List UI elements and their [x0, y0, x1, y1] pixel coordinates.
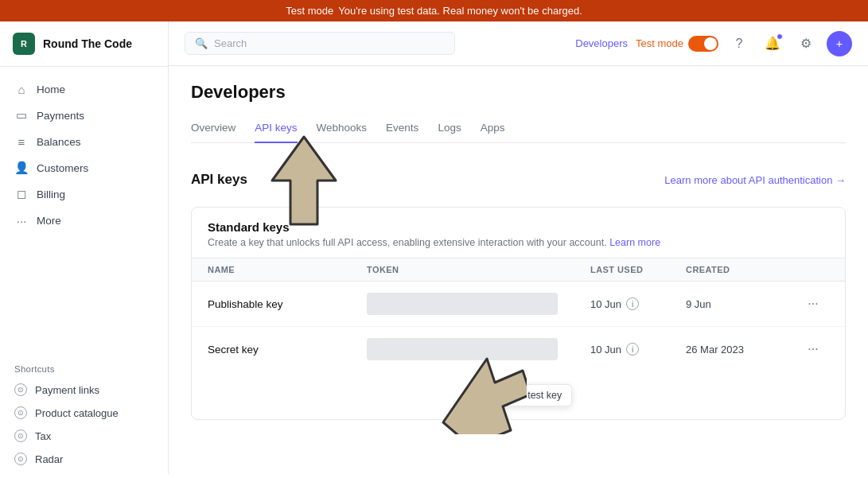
clock-icon-2: ⊙ [14, 406, 27, 419]
info-icon-1[interactable]: i [626, 297, 639, 310]
test-mode-switch[interactable] [688, 36, 718, 52]
tab-apps[interactable]: Apps [481, 115, 505, 143]
col-token: TOKEN [367, 265, 590, 274]
sidebar-item-more[interactable]: ··· More [6, 208, 162, 233]
col-last-used: LAST USED [590, 265, 686, 274]
clock-icon-1: ⊙ [14, 383, 27, 396]
shortcut-radar-label: Radar [35, 453, 63, 465]
publishable-key-token [367, 293, 590, 315]
tab-logs[interactable]: Logs [438, 115, 461, 143]
sidebar-item-customers-label: Customers [37, 162, 88, 174]
sidebar-item-customers[interactable]: 👤 Customers [6, 155, 162, 181]
header-right: Developers Test mode ? 🔔 ⚙ [575, 31, 852, 56]
sidebar: R Round The Code ⌂ Home ▭ Payments ≡ Bal… [0, 21, 169, 474]
shortcut-radar[interactable]: ⊙ Radar [6, 448, 162, 470]
test-mode-banner-mode: Test mode [286, 5, 333, 17]
sidebar-item-more-label: More [37, 215, 61, 227]
app-header: 🔍 Search Developers Test mode ? 🔔 [169, 21, 868, 66]
standard-keys-title: Standard keys [208, 220, 829, 234]
content-body: API keys Learn more about API authentica… [169, 143, 868, 436]
developers-link[interactable]: Developers [575, 37, 628, 49]
logo-icon: R [13, 33, 35, 55]
tab-events[interactable]: Events [386, 115, 418, 143]
sidebar-item-home-label: Home [37, 84, 65, 95]
sidebar-item-payments[interactable]: ▭ Payments [6, 103, 162, 128]
token-blur-1 [367, 293, 558, 315]
help-button[interactable]: ? [726, 31, 752, 56]
sidebar-item-billing-label: Billing [37, 188, 65, 200]
avatar-icon: + [836, 37, 843, 50]
learn-auth-link[interactable]: Learn more about API authentication → [664, 174, 846, 186]
content-header: Developers Overview API keys Webhooks Ev… [169, 66, 868, 143]
info-icon-2[interactable]: i [626, 343, 639, 356]
test-mode-toggle[interactable]: Test mode [636, 36, 718, 52]
publishable-key-last-used: 10 Jun i [590, 297, 686, 310]
hide-test-key-tooltip[interactable]: Hide test key [494, 384, 572, 406]
notification-dot [777, 33, 783, 40]
company-name: Round The Code [43, 37, 132, 50]
sidebar-item-payments-label: Payments [37, 110, 84, 122]
toggle-knob [704, 37, 717, 50]
sidebar-nav: ⌂ Home ▭ Payments ≡ Balances 👤 Customers… [0, 67, 168, 355]
user-avatar[interactable]: + [827, 31, 852, 56]
balances-icon: ≡ [14, 134, 29, 149]
col-created: CREATED [686, 265, 797, 274]
help-icon: ? [736, 37, 743, 51]
secret-key-created: 26 Mar 2023 [686, 344, 797, 356]
sidebar-logo[interactable]: R Round The Code [0, 21, 168, 67]
standard-keys-card: Standard keys Create a key that unlocks … [191, 207, 846, 420]
col-actions [797, 265, 829, 274]
main-wrapper: 🔍 Search Developers Test mode ? 🔔 [169, 21, 868, 474]
clock-icon-3: ⊙ [14, 429, 27, 442]
billing-icon: ◻ [14, 187, 29, 201]
shortcut-product-catalogue[interactable]: ⊙ Product catalogue [6, 402, 162, 424]
search-bar[interactable]: 🔍 Search [185, 32, 455, 55]
shortcut-payment-links-label: Payment links [35, 384, 99, 396]
shortcut-tax[interactable]: ⊙ Tax [6, 425, 162, 447]
search-placeholder: Search [214, 37, 247, 49]
sidebar-item-home[interactable]: ⌂ Home [6, 76, 162, 102]
sidebar-item-balances[interactable]: ≡ Balances [6, 129, 162, 154]
test-mode-label: Test mode [636, 37, 683, 49]
api-keys-title: API keys [191, 172, 247, 188]
hide-test-key-label: Hide test key [504, 390, 562, 401]
search-icon: 🔍 [195, 37, 208, 49]
notifications-button[interactable]: 🔔 [760, 31, 785, 56]
page-title: Developers [191, 82, 846, 103]
sidebar-item-billing[interactable]: ◻ Billing [6, 181, 162, 207]
secret-key-token [367, 338, 590, 360]
standard-keys-desc: Create a key that unlocks full API acces… [208, 237, 829, 248]
customers-icon: 👤 [14, 161, 29, 175]
shortcut-product-catalogue-label: Product catalogue [35, 407, 119, 419]
col-name: NAME [208, 265, 367, 274]
learn-more-link[interactable]: Learn more [609, 237, 660, 248]
settings-button[interactable]: ⚙ [793, 31, 819, 56]
token-blur-2 [367, 338, 558, 360]
secret-key-more[interactable]: ··· [797, 339, 829, 359]
publishable-key-created: 9 Jun [686, 298, 797, 310]
tab-overview[interactable]: Overview [191, 115, 235, 143]
tab-api-keys[interactable]: API keys [255, 115, 297, 143]
clock-icon-4: ⊙ [14, 453, 27, 465]
test-mode-banner-text: You're using test data. Real money won't… [338, 5, 582, 17]
shortcuts-label: Shortcuts [6, 361, 162, 379]
home-icon: ⌂ [14, 82, 29, 96]
payments-icon: ▭ [14, 108, 29, 122]
tab-webhooks[interactable]: Webhooks [317, 115, 368, 143]
secret-key-last-used: 10 Jun i [590, 343, 686, 356]
table-row: Publishable key 10 Jun i 9 Jun ··· [192, 282, 845, 327]
shortcuts-section: Shortcuts ⊙ Payment links ⊙ Product cata… [0, 355, 168, 474]
shortcut-payment-links[interactable]: ⊙ Payment links [6, 379, 162, 401]
gear-icon: ⚙ [800, 36, 812, 51]
sidebar-item-balances-label: Balances [37, 136, 81, 148]
standard-keys-header: Standard keys Create a key that unlocks … [192, 208, 845, 258]
keys-table: NAME TOKEN LAST USED CREATED Publishable… [192, 258, 845, 371]
table-row: Secret key 10 Jun i 26 Mar 2023 ··· [192, 327, 845, 371]
shortcut-tax-label: Tax [35, 430, 51, 442]
publishable-key-more[interactable]: ··· [797, 293, 829, 314]
tabs-bar: Overview API keys Webhooks Events Logs A… [191, 115, 846, 143]
main-content: Developers Overview API keys Webhooks Ev… [169, 66, 868, 474]
more-icon: ··· [14, 213, 29, 227]
table-header: NAME TOKEN LAST USED CREATED [192, 258, 845, 282]
test-mode-banner: Test mode You're using test data. Real m… [0, 0, 868, 21]
